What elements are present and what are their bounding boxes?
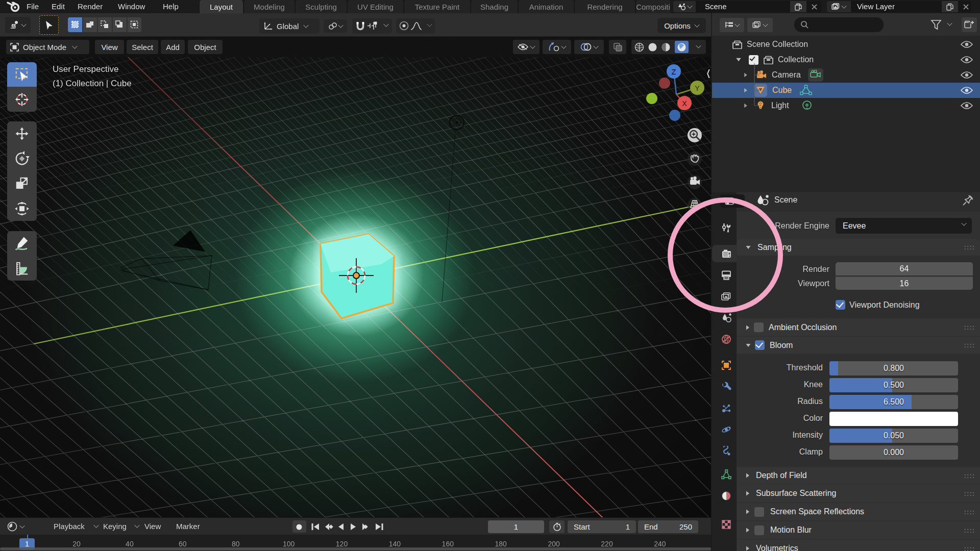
svg-text:Y: Y: [695, 84, 700, 92]
svg-text:X: X: [682, 99, 687, 108]
svg-text:Z: Z: [672, 68, 676, 76]
